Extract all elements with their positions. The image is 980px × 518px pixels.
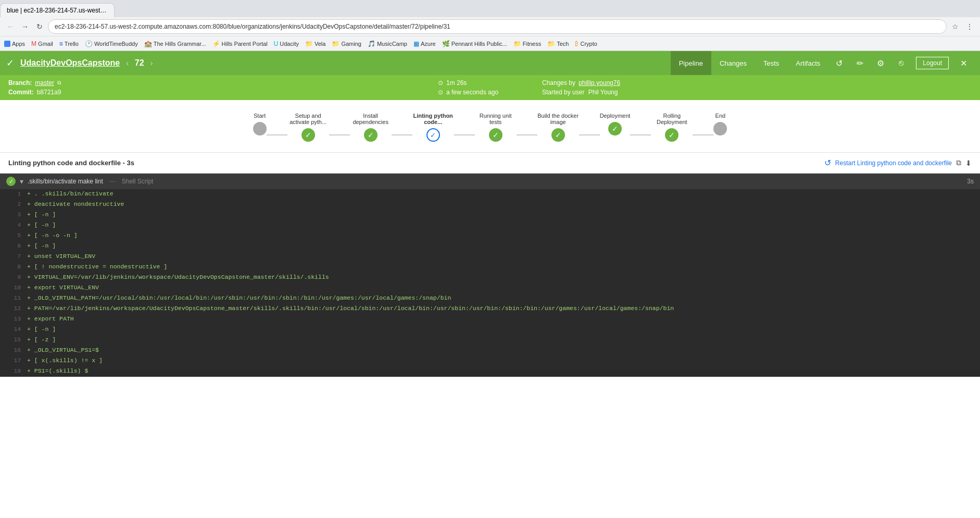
stage-5[interactable]: Running unit tests✓ — [475, 113, 517, 142]
line-number: 8 — [4, 262, 21, 272]
bookmark-tech[interactable]: 📁 Tech — [547, 40, 569, 47]
bookmark-vela[interactable]: 📁 Vela — [305, 40, 325, 47]
nav-pipeline[interactable]: Pipeline — [671, 51, 711, 75]
stage-circle-8: ✓ — [665, 128, 679, 142]
line-number: 16 — [4, 346, 21, 355]
nav-left-arrow[interactable]: ‹ — [126, 59, 129, 67]
bookmark-azure[interactable]: ▦ Azure — [413, 40, 436, 47]
stage-circle-6: ✓ — [551, 128, 565, 142]
nav-right-arrow[interactable]: › — [150, 59, 153, 67]
stage-8[interactable]: Rolling Deployment✓ — [651, 113, 693, 142]
restart-icon: ↺ — [824, 158, 831, 168]
line-number: 6 — [4, 241, 21, 251]
time-ago-value: a few seconds ago — [446, 89, 498, 96]
bookmark-worldtimebuddy[interactable]: 🕐 WorldTimeBuddy — [85, 40, 138, 47]
stage-label-4: Linting python code... — [412, 113, 454, 125]
bookmark-udacity[interactable]: U Udacity — [274, 40, 299, 47]
line-content: + [ -n ] — [27, 241, 56, 251]
logout-button[interactable]: Logout — [916, 57, 949, 69]
forward-button[interactable]: → — [19, 20, 31, 33]
nav-tests[interactable]: Tests — [755, 51, 787, 75]
line-content: + VIRTUAL_ENV=/var/lib/jenkins/workspace… — [27, 273, 329, 282]
line-content: + export VIRTUAL_ENV — [27, 283, 99, 292]
settings-button[interactable]: ⚙ — [870, 51, 891, 75]
bookmark-apps[interactable]: Apps — [4, 41, 25, 47]
code-line: 2+ deactivate nondestructive — [0, 200, 980, 210]
code-line: 17+ [ x(.skills) != x ] — [0, 356, 980, 366]
address-bar[interactable] — [48, 19, 947, 34]
line-number: 14 — [4, 325, 21, 334]
line-content: + unset VIRTUAL_ENV — [27, 252, 95, 261]
bookmark-trello[interactable]: ≡ Trello — [59, 40, 79, 47]
stage-4[interactable]: Linting python code...✓ — [412, 113, 454, 142]
line-content: + _OLD_VIRTUAL_PS1=$ — [27, 346, 99, 355]
bookmark-hills-parent[interactable]: ⚡ Hills Parent Portal — [212, 40, 268, 47]
stage-group-4: Linting python code...✓ — [412, 113, 475, 142]
stage-circle-9 — [713, 122, 727, 135]
edit-button[interactable]: ✏ — [849, 51, 870, 75]
branch-row: Branch: master ⧉ — [8, 79, 438, 87]
stage-1[interactable]: Start — [253, 113, 267, 135]
bookmark-gmail[interactable]: M Gmail — [31, 40, 53, 47]
back-button[interactable]: ← — [4, 20, 17, 33]
bookmark-musiccamp[interactable]: 🎵 MusicCamp — [368, 40, 407, 47]
nav-artifacts[interactable]: Artifacts — [787, 51, 828, 75]
project-name[interactable]: UdacityDevOpsCapstone — [20, 58, 120, 68]
line-content: + . .skills/bin/activate — [27, 189, 114, 199]
download-icon[interactable]: ⬇ — [965, 159, 972, 167]
stage-6[interactable]: Build the docker image✓ — [537, 113, 579, 142]
stage-label-3: Install dependencies — [350, 113, 392, 125]
bookmark-fitness[interactable]: 📁 Fitness — [513, 40, 541, 47]
reload-button[interactable]: ↻ — [33, 20, 46, 33]
close-button[interactable]: ✕ — [953, 51, 974, 75]
bookmark-hills-grammar[interactable]: 🏫 The Hills Grammar... — [144, 40, 206, 47]
code-line: 13+ export PATH — [0, 314, 980, 325]
extensions-button[interactable]: ⋮ — [963, 20, 976, 33]
bookmark-button[interactable]: ☆ — [949, 20, 961, 33]
changes-by-row: Changes by phillip.young76 — [542, 79, 972, 87]
pipeline-stages: StartSetup and activate pyth...✓Install … — [253, 113, 727, 142]
active-tab[interactable]: blue | ec2-18-236-214-57.us-west-2... — [0, 3, 115, 17]
log-header: Linting python code and dockerfile - 3s … — [0, 152, 980, 174]
stage-circle-1 — [253, 122, 267, 135]
build-info-left: Branch: master ⧉ Commit: b8721a9 — [8, 79, 438, 96]
external-link-icon[interactable]: ⧉ — [956, 158, 961, 167]
bookmark-crypto[interactable]: ₿ Crypto — [575, 40, 597, 47]
stage-group-1: Start — [253, 113, 287, 135]
stage-circle-2: ✓ — [301, 128, 315, 142]
code-line: 14+ [ -n ] — [0, 325, 980, 335]
line-content: + [ x(.skills) != x ] — [27, 356, 103, 365]
refresh-button[interactable]: ↺ — [828, 51, 849, 75]
bookmark-pennant[interactable]: 🌿 Pennant Hills Public... — [442, 40, 507, 47]
stage-9[interactable]: End — [713, 113, 727, 135]
exit-button[interactable]: ⎋ — [891, 51, 912, 75]
line-number: 5 — [4, 231, 21, 240]
line-content: + [ ! nondestructive = nondestructive ] — [27, 262, 167, 272]
log-actions: ↺ Restart Linting python code and docker… — [824, 158, 972, 168]
line-content: + [ -n -o -n ] — [27, 231, 78, 240]
line-content: + PATH=/var/lib/jenkins/workspace/Udacit… — [27, 304, 674, 313]
branch-value[interactable]: master — [35, 79, 54, 87]
stage-circle-3: ✓ — [364, 128, 378, 142]
line-content: + deactivate nondestructive — [27, 200, 124, 209]
log-title: Linting python code and dockerfile - 3s — [8, 159, 134, 167]
code-line: 8+ [ ! nondestructive = nondestructive ] — [0, 262, 980, 273]
stage-circle-5: ✓ — [489, 128, 502, 142]
code-line: 12+ PATH=/var/lib/jenkins/workspace/Udac… — [0, 304, 980, 314]
code-area[interactable]: 1+ . .skills/bin/activate2+ deactivate n… — [0, 189, 980, 377]
bookmark-gaming[interactable]: 📁 Gaming — [332, 40, 361, 47]
commit-value: b8721a9 — [37, 89, 61, 96]
build-status-icon: ✓ — [6, 57, 14, 69]
line-number: 12 — [4, 304, 21, 313]
restart-button[interactable]: Restart Linting python code and dockerfi… — [835, 159, 952, 167]
changes-by-value[interactable]: phillip.young76 — [579, 79, 620, 87]
line-number: 4 — [4, 220, 21, 230]
stage-7[interactable]: Deployment✓ — [600, 113, 631, 135]
stage-circle-7: ✓ — [608, 122, 622, 135]
stage-label-8: Rolling Deployment — [651, 113, 693, 125]
line-number: 1 — [4, 189, 21, 199]
nav-changes[interactable]: Changes — [711, 51, 755, 75]
expand-icon[interactable]: ▾ — [20, 177, 23, 186]
stage-3[interactable]: Install dependencies✓ — [350, 113, 392, 142]
stage-2[interactable]: Setup and activate pyth...✓ — [287, 113, 329, 142]
